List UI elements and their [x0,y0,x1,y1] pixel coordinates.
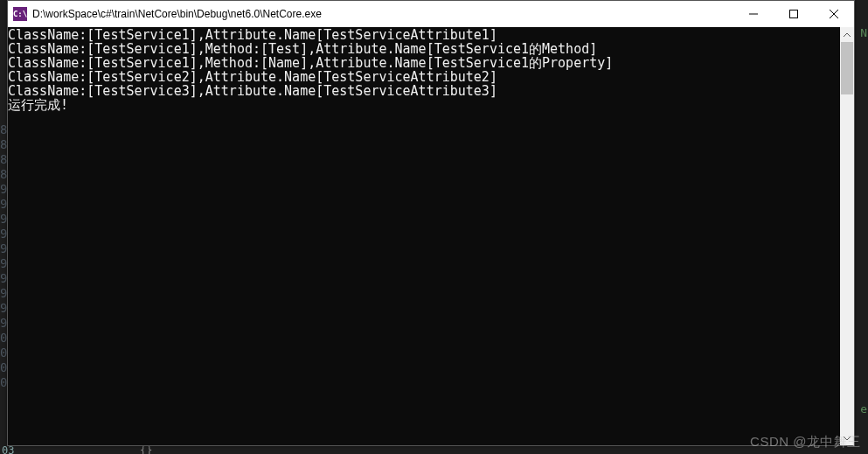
app-icon: C:\ [13,7,27,21]
gutter-number: 9 [0,212,7,227]
window-title: D:\workSpace\c#\train\NetCore\bin\Debug\… [32,8,733,20]
gutter-number: 9 [0,286,7,301]
gutter-number: 0 [0,360,7,375]
minimize-button[interactable] [733,1,774,27]
gutter-number: 9 [0,197,7,212]
scroll-up-button[interactable] [840,27,854,42]
gutter-number: 0 [0,346,7,360]
console-output: ClassName:[TestService1],Attribute.Name[… [8,27,854,112]
window-controls [733,1,854,27]
gutter-number: 9 [0,227,7,241]
background-right-edge: N e [856,0,868,454]
svg-rect-1 [790,10,798,18]
minimize-icon [749,10,758,18]
console-line: ClassName:[TestService1],Attribute.Name[… [8,28,854,42]
console-line: ClassName:[TestService2],Attribute.Name[… [8,70,854,84]
console-line: ClassName:[TestService1],Method:[Name],A… [8,56,854,70]
chevron-up-icon [844,32,851,38]
close-button[interactable] [814,1,854,27]
console-line: ClassName:[TestService3],Attribute.Name[… [8,84,854,98]
console-line: 运行完成! [8,98,854,112]
gutter-number: 9 [0,271,7,286]
console-body: ClassName:[TestService1],Attribute.Name[… [8,27,854,445]
console-line: ClassName:[TestService1],Method:[Test],A… [8,42,854,56]
gutter-number: 9 [0,301,7,316]
gutter-number: 8 [0,152,7,167]
gutter-number: 9 [0,182,7,197]
maximize-button[interactable] [774,1,814,27]
gutter-number: 9 [0,316,7,331]
titlebar[interactable]: C:\ D:\workSpace\c#\train\NetCore\bin\De… [8,1,854,27]
scrollbar-track[interactable] [840,42,854,430]
gutter-number: 9 [0,256,7,271]
gutter-number: 8 [0,137,7,152]
gutter-number: 0 [0,375,7,390]
gutter-number: 0 [0,331,7,346]
bg-hint: e [860,402,867,416]
maximize-icon [789,10,798,18]
close-icon [830,10,838,18]
gutter-number: 8 [0,122,7,137]
background-bottom-strip: 03 {} [0,445,868,454]
vertical-scrollbar[interactable] [840,27,854,445]
gutter-number: 8 [0,167,7,182]
gutter-number: 9 [0,241,7,256]
console-window: C:\ D:\workSpace\c#\train\NetCore\bin\De… [7,0,855,446]
scrollbar-thumb[interactable] [841,42,853,94]
editor-line-gutter: 888899999999990000 [0,0,7,454]
watermark-text: CSDN @龙中舞王 [750,434,861,451]
bg-hint: N [860,26,867,39]
